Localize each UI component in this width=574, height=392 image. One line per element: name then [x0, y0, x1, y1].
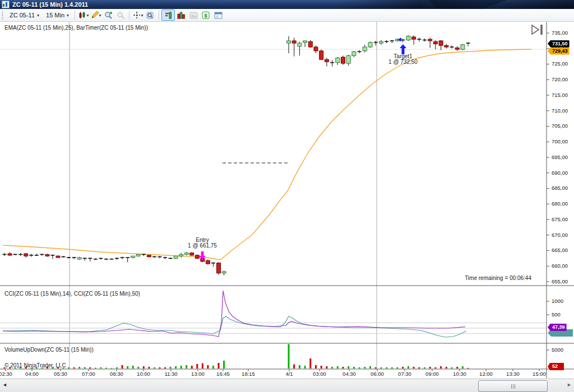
price-axis-label: 735,00 — [552, 30, 568, 36]
volume-bar — [342, 367, 344, 368]
volume-bar — [100, 367, 101, 368]
price-axis-label: 700,00 — [552, 138, 568, 144]
candle-body — [217, 263, 221, 273]
toolbar-separator — [129, 11, 129, 20]
candle-body — [77, 258, 81, 259]
chevron-down-icon: ▾ — [87, 13, 89, 18]
scrollbar-grip-icon — [511, 384, 515, 389]
volume-bar — [132, 366, 134, 368]
candle-body — [325, 59, 328, 62]
account-button[interactable]: $ — [200, 10, 212, 21]
volume-bar — [154, 367, 155, 368]
indicators-button[interactable] — [175, 10, 187, 21]
data-box-icon — [146, 11, 155, 20]
volume-bar — [315, 365, 317, 368]
time-axis-label: 06:00 — [371, 371, 384, 377]
window-titlebar[interactable]: ZC 05-11 (15 Min) 1.4.2011 — [0, 0, 574, 9]
time-axis-label: 11:30 — [164, 371, 177, 377]
snapshot-button[interactable] — [187, 10, 200, 21]
price-axis-label: 680,00 — [552, 200, 568, 207]
volume-bar — [191, 366, 193, 368]
instrument-label: ZC 05-11 — [10, 12, 35, 18]
candle-body — [45, 254, 49, 256]
volume-bar — [78, 367, 80, 368]
candle-body — [455, 48, 459, 49]
candle-body — [131, 256, 135, 258]
panel-window-icon — [214, 12, 223, 19]
price-axis-label: 670,00 — [552, 232, 568, 238]
volume-value-badge: 52 — [548, 363, 564, 370]
volume-bar — [364, 367, 365, 368]
candle-body — [352, 52, 356, 55]
time-axis-label: 4/1 — [285, 371, 293, 377]
volume-bar — [369, 366, 371, 368]
indicators-icon — [177, 11, 185, 19]
panel-button[interactable] — [212, 10, 224, 21]
volume-bar — [331, 367, 333, 368]
volume-bar — [95, 368, 96, 368]
chart-style-icon — [78, 11, 86, 19]
time-axis-label: 10:00 — [137, 371, 150, 377]
interval-label: 15 Min — [46, 12, 64, 18]
volume-bar — [122, 365, 123, 368]
ema-value-badge: 729,43 — [548, 48, 570, 55]
volume-panel-label: VolumeUpDown(ZC 05-11 (15 Min)) — [4, 347, 94, 353]
volume-bar — [202, 363, 203, 368]
time-axis-label: 13:30 — [506, 371, 520, 377]
cci-value-badge: 47,39 — [548, 324, 567, 331]
go-to-end-icon[interactable] — [532, 25, 539, 34]
volume-bar — [359, 367, 360, 368]
scrollbar-thumb[interactable] — [478, 380, 548, 392]
candle-body — [379, 41, 383, 43]
candle-body — [174, 256, 178, 258]
chevron-down-icon: ▾ — [67, 13, 69, 18]
price-axis-label: 675,00 — [552, 216, 568, 222]
volume-bar — [402, 367, 404, 368]
instrument-selector[interactable]: ZC 05-11 ▾ — [6, 11, 43, 19]
time-axis-label: 18:15 — [242, 371, 255, 377]
chevron-down-icon: ▾ — [37, 13, 39, 18]
volume-bar — [218, 363, 220, 368]
volume-bar — [353, 367, 355, 368]
volume-bar — [408, 366, 409, 368]
chart-type-selected-button[interactable] — [161, 10, 175, 21]
horizontal-scrollbar[interactable]: ◄ ► — [0, 379, 574, 392]
price-axis-label: 655,00 — [552, 278, 568, 284]
chart-canvas[interactable]: 735,00730,00725,00720,00715,00710,00705,… — [0, 0, 574, 392]
interval-selector[interactable]: 15 Min ▾ — [43, 11, 72, 19]
volume-bar — [391, 367, 393, 368]
volume-bar — [288, 344, 290, 368]
svg-text:$: $ — [205, 13, 207, 18]
volume-bar — [424, 367, 425, 368]
toolbar-grip[interactable] — [1, 11, 4, 20]
volume-bar — [207, 365, 209, 368]
drawing-tools-button[interactable]: ▾ — [90, 10, 102, 21]
volume-bar — [337, 366, 339, 368]
copyright-label: © 2011 NinjaTrader, LLC — [4, 362, 66, 368]
price-axis-label: 665,00 — [552, 247, 568, 253]
last-price-badge: 731,50 — [548, 40, 570, 48]
volume-bar — [186, 365, 187, 368]
entry-annotation: Entry1 @ 661,75 — [188, 237, 217, 249]
volume-bar — [467, 368, 469, 368]
candle-body — [461, 45, 465, 49]
candle-body — [439, 41, 443, 45]
volume-bar — [68, 367, 70, 368]
zoom-in-button[interactable] — [102, 10, 114, 21]
volume-bar — [375, 367, 377, 368]
candle-body — [292, 41, 296, 43]
crosshair-icon — [133, 11, 141, 19]
chart-style-button[interactable]: ▾ — [77, 10, 90, 21]
cursor-mode-button[interactable]: ▾ — [132, 10, 144, 21]
candle-body — [222, 272, 226, 273]
volume-bar — [111, 368, 113, 368]
candle-body — [190, 253, 194, 255]
scroll-right-icon[interactable]: ► — [567, 382, 572, 388]
zoom-out-button[interactable] — [114, 10, 127, 21]
scroll-left-icon[interactable]: ◄ — [2, 382, 7, 388]
volume-bar — [84, 367, 86, 368]
volume-bar — [89, 367, 91, 368]
bar-timer-text: Time remaining = 00:06:44 — [465, 275, 531, 281]
data-box-button[interactable] — [144, 10, 156, 21]
volume-bar — [397, 367, 399, 368]
